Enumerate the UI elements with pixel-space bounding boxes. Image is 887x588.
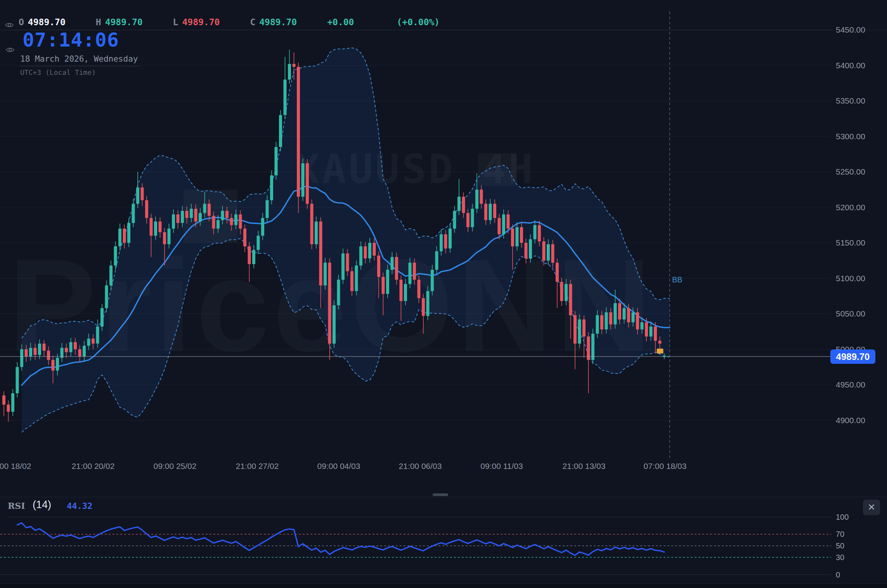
eye-icon <box>5 47 15 53</box>
rsi-axis-label: 70 <box>836 530 844 539</box>
change-percent-value: (+0.00%) <box>397 17 440 27</box>
time-axis-label: 21:00 27/02 <box>236 462 279 471</box>
change-value: +0.00 <box>327 17 354 27</box>
time-axis-label: 21:00 06/03 <box>399 462 442 471</box>
close-label: C <box>250 17 255 27</box>
time-axis-label: 21:00 13/03 <box>563 462 606 471</box>
rsi-value: 44.32 <box>67 501 92 511</box>
ohlc-readout: O 4989.70 H 4989.70 L 4989.70 C 4989.70 … <box>19 17 440 27</box>
high-value: 4989.70 <box>105 17 143 27</box>
app-root: XAUUSD 4HPriceONN O 4989.70 H 4989.70 L … <box>0 0 887 588</box>
open-value: 4989.70 <box>28 17 66 27</box>
pane-resize-handle[interactable] <box>433 493 448 496</box>
time-axis-label: 09:00 25/02 <box>154 462 197 471</box>
eye-icon <box>5 22 14 28</box>
price-axis-label: 5150.00 <box>836 238 865 247</box>
rsi-axis-label: 100 <box>836 512 849 521</box>
low-value: 4989.70 <box>182 17 220 27</box>
last-price-tag: 4989.70 <box>830 349 875 364</box>
high-label: H <box>96 17 101 27</box>
bottom-strip <box>0 584 887 588</box>
clock-display: 07:14:06 <box>23 29 119 51</box>
price-axis-label: 5200.00 <box>836 203 865 212</box>
rsi-axis-label: 50 <box>836 541 844 550</box>
time-axis-label: 09:00 11/03 <box>480 462 523 471</box>
time-axis[interactable]: 09:00 18/0221:00 20/0209:00 25/0221:00 2… <box>0 460 831 474</box>
timezone-label: UTC+3 (Local Time) <box>20 68 96 76</box>
date-label: 18 March 2026, Wednesday <box>20 54 140 66</box>
rsi-title: RSI <box>8 501 25 511</box>
indicator-visibility-toggle[interactable] <box>5 47 15 53</box>
price-axis-label: 4900.00 <box>836 416 865 425</box>
rsi-axis-label: 0 <box>836 570 840 579</box>
price-axis-label: 5350.00 <box>836 96 865 105</box>
price-axis-label: 5300.00 <box>836 132 865 141</box>
close-icon: ✕ <box>868 502 875 513</box>
time-axis-label: 09:00 04/03 <box>317 462 360 471</box>
bb-indicator-label: BB <box>672 275 683 284</box>
watermark-symbol: XAUUSD 4H <box>295 145 535 193</box>
main-chart[interactable]: XAUUSD 4HPriceONN <box>0 0 887 588</box>
price-axis-label: 5400.00 <box>836 61 865 70</box>
rsi-axis-label: 30 <box>836 553 844 562</box>
signal-marker <box>657 349 664 354</box>
price-axis-label: 5450.00 <box>836 25 865 35</box>
open-label: O <box>19 17 24 27</box>
time-axis-label: 09:00 18/02 <box>0 462 31 471</box>
rsi-line <box>17 523 665 555</box>
legend-divider <box>0 30 887 30</box>
pane-divider <box>0 497 887 497</box>
rsi-period-label: (14) <box>33 499 51 511</box>
time-axis-label: 07:00 18/03 <box>644 462 687 471</box>
rsi-close-button[interactable]: ✕ <box>863 500 880 515</box>
series-visibility-toggle[interactable] <box>5 22 14 28</box>
price-axis-label: 5050.00 <box>836 309 865 318</box>
rsi-layer <box>0 517 831 575</box>
price-axis-label: 4950.00 <box>836 380 865 389</box>
low-label: L <box>173 17 178 27</box>
bottom-divider <box>0 583 887 584</box>
close-value: 4989.70 <box>259 17 297 27</box>
time-axis-label: 21:00 20/02 <box>72 462 115 471</box>
price-axis-label: 5250.00 <box>836 167 865 176</box>
price-axis-label: 5100.00 <box>836 274 865 283</box>
